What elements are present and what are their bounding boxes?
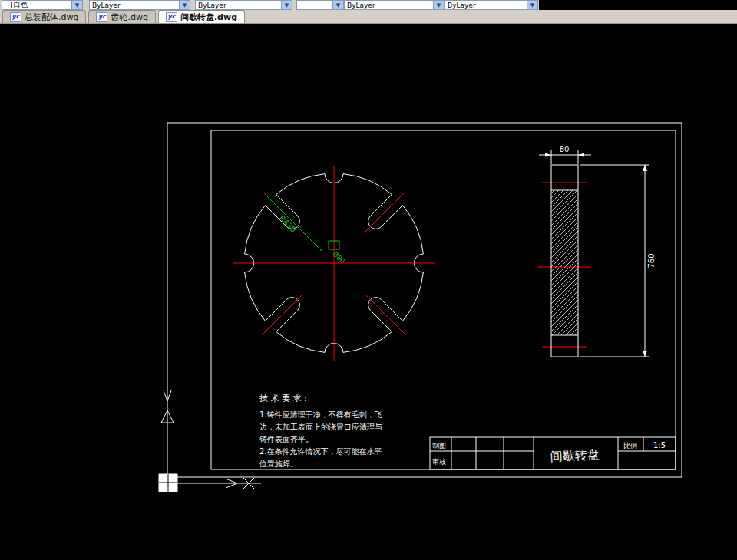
chevron-down-icon[interactable]: ▼ [179, 1, 190, 9]
tab-label: 间歇转盘.dwg [180, 12, 237, 23]
property-toolbar-panel: 白色 ▼ ByLayer ▼ ByLayer ▼ ▼ ByLayer ▼ ByL… [0, 0, 539, 10]
checked-by-label: 审核 [432, 458, 446, 466]
height-dimension: 760 [580, 165, 656, 357]
title-block: 制图 审核 间歇转盘 比例 1:5 [430, 437, 676, 469]
tech-req-title: 技 术 要 求 : [259, 394, 307, 404]
arrowhead [545, 153, 551, 157]
tech-req-line: 铸件表面齐平。 [259, 435, 313, 443]
height-dim-text[interactable]: 760 [647, 253, 656, 268]
green-annotations: R430 Ø80 [266, 196, 346, 265]
width-dim-text[interactable]: 80 [560, 145, 570, 153]
margin-marks [159, 390, 261, 492]
tab-assembly-dwg[interactable]: yc 总装配体.dwg [2, 10, 86, 23]
tab-label: 齿轮.dwg [111, 12, 147, 23]
radius-dimension-text[interactable]: R430 [278, 214, 298, 234]
tech-req-line: 1.铸件应清理干净，不得有毛刺，飞 [259, 410, 382, 419]
scale-label: 比例 [623, 442, 637, 450]
color-combo[interactable]: 白色 ▼ [2, 0, 83, 10]
sheet-outer-frame [167, 123, 682, 477]
color-combo-value: 白色 [12, 0, 71, 10]
arrowhead [578, 153, 584, 157]
part-name: 间歇转盘 [550, 446, 600, 463]
technical-requirements: 技 术 要 求 : 1.铸件应清理干净，不得有毛刺，飞 边，未加工表面上的浇冒口… [259, 394, 382, 468]
chevron-down-icon[interactable]: ▼ [332, 1, 343, 9]
side-view [551, 165, 578, 357]
small-combo[interactable]: ▼ [296, 0, 344, 10]
width-dimension: 80 [539, 145, 591, 164]
property-toolbar: 白色 ▼ ByLayer ▼ ByLayer ▼ ▼ ByLayer ▼ ByL… [0, 0, 737, 10]
scale-value: 1:5 [653, 441, 666, 450]
drawing-canvas[interactable]: R430 Ø80 80 [0, 24, 737, 560]
layer-combo-value: ByLayer [90, 2, 179, 9]
color-swatch [5, 2, 12, 8]
arrowhead [643, 165, 647, 171]
dwg-file-icon: yc [10, 12, 21, 22]
chevron-down-icon[interactable]: ▼ [71, 1, 82, 9]
arrowhead [643, 351, 647, 357]
tech-req-line: 位置施焊。 [259, 460, 298, 468]
slot-centerline [365, 295, 405, 334]
style-combo[interactable]: ByLayer ▼ [445, 0, 538, 10]
tech-req-line: 2.在条件允许情况下，尽可能在水平 [259, 447, 382, 456]
document-tabbar: yc 总装配体.dwg yc 齿轮.dwg yc 间歇转盘.dwg [0, 10, 737, 24]
chevron-down-icon[interactable]: ▼ [527, 1, 537, 9]
slot-centerline [263, 295, 302, 334]
lineweight-combo-value: ByLayer [345, 2, 433, 9]
tech-req-line: 边，未加工表面上的浇冒口应清理与 [259, 423, 382, 431]
slot-centerline [365, 192, 405, 232]
layer-combo[interactable]: ByLayer ▼ [89, 0, 190, 10]
linetype-combo[interactable]: ByLayer ▼ [195, 0, 292, 10]
tab-geneva-disc-dwg[interactable]: yc 间歇转盘.dwg [158, 10, 245, 23]
tab-gear-dwg[interactable]: yc 齿轮.dwg [88, 10, 155, 23]
chevron-down-icon[interactable]: ▼ [433, 1, 444, 9]
dwg-file-icon: yc [96, 12, 107, 22]
dwg-file-icon: yc [166, 12, 177, 22]
style-combo-value: ByLayer [445, 2, 527, 9]
drawing-viewport[interactable]: R430 Ø80 80 [0, 24, 737, 560]
section-hatch [551, 190, 578, 335]
lineweight-combo[interactable]: ByLayer ▼ [344, 0, 445, 10]
tab-label: 总装配体.dwg [25, 12, 78, 23]
centerlines [233, 166, 591, 361]
linetype-combo-value: ByLayer [196, 2, 281, 9]
cad-application-window: 白色 ▼ ByLayer ▼ ByLayer ▼ ▼ ByLayer ▼ ByL… [0, 0, 737, 560]
drawn-by-label: 制图 [432, 442, 446, 450]
chevron-down-icon[interactable]: ▼ [281, 1, 292, 9]
